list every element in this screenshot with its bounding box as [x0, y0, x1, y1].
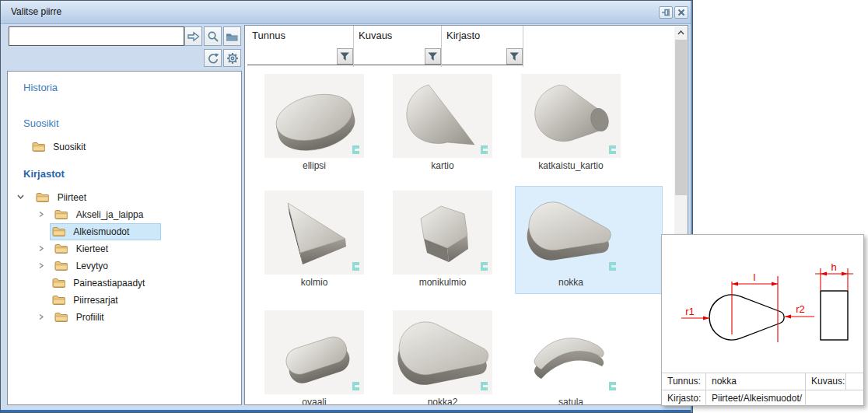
settings-button[interactable] [223, 49, 241, 67]
grid-item-kolmio[interactable]: kolmio [264, 191, 364, 292]
tree-item-kierteet[interactable]: Kierteet [38, 241, 108, 257]
thumbnail-nokka2 [393, 310, 492, 394]
scrollbar-up-button[interactable] [674, 26, 688, 39]
tree-item-piirteet[interactable]: Piirteet [17, 190, 86, 206]
filter-button-tunnus[interactable] [337, 48, 353, 65]
popup-field-empty [806, 390, 863, 406]
tree-item-label: Akseli_ja_laippa [76, 209, 144, 220]
folder-icon [36, 192, 49, 202]
tree-item-label: Paineastiapaadyt [73, 278, 145, 289]
chevron-up-icon [677, 30, 684, 35]
thumbnail-satula [521, 310, 621, 394]
search-input[interactable] [9, 26, 184, 46]
close-button[interactable] [674, 6, 688, 19]
pin-icon [661, 8, 670, 17]
dim-label-r2: r2 [796, 303, 805, 315]
window-frame-accent [1, 410, 692, 412]
chevron-right-icon[interactable] [38, 313, 44, 320]
tree-item-label: Alkeismuodot [73, 226, 129, 237]
column-header-kuvaus[interactable]: Kuvaus [359, 30, 392, 41]
tree-item-label: Profiilit [76, 312, 104, 323]
window-title: Valitse piirre [11, 1, 61, 23]
grid-item-ovaali[interactable]: ovaali [264, 310, 364, 405]
chevron-right-icon[interactable] [38, 211, 44, 218]
pin-button[interactable] [659, 6, 673, 19]
shape-hexagonal-prism [393, 191, 492, 275]
thumbnail-ovaali [264, 310, 364, 394]
popup-field-value: nokka [706, 373, 806, 390]
component-corner-icon [479, 261, 489, 271]
folder-icon [52, 278, 65, 288]
folder-icon [54, 209, 68, 219]
sidebar-section-suosikit[interactable]: Suosikit [23, 117, 59, 129]
refresh-icon [207, 52, 219, 65]
funnel-icon [340, 52, 350, 61]
grid-item-ellipsi[interactable]: ellipsi [264, 74, 364, 175]
item-label: satula [506, 397, 636, 405]
popup-field-label: Kuvaus: [806, 373, 846, 390]
popup-field-label: Tunnus: [662, 373, 706, 390]
open-folder-button[interactable] [223, 26, 241, 46]
chevron-down-icon[interactable] [17, 194, 24, 200]
shape-ellipse-disc [264, 74, 364, 158]
go-button[interactable] [184, 26, 202, 46]
tree-item-alkeismuodot[interactable]: Alkeismuodot [52, 224, 129, 240]
grid-item-kartio[interactable]: kartio [393, 74, 492, 175]
thumbnail-katkaistu-kartio [521, 74, 621, 158]
folder-icon [52, 226, 65, 236]
shape-triangle-wedge [264, 191, 364, 275]
tree-item-levytyo[interactable]: Levytyo [38, 258, 108, 275]
filter-button-kuvaus[interactable] [425, 48, 441, 65]
column-divider [523, 26, 523, 67]
thumbnail-kartio [393, 74, 492, 158]
component-corner-icon [607, 381, 618, 391]
sidebar: Historia Suosikit Suosikit Kirjastot Pii… [7, 71, 242, 405]
shape-rounded-slot [264, 310, 364, 394]
titlebar[interactable]: Valitse piirre [1, 1, 692, 24]
column-header-kirjasto[interactable]: Kirjasto [446, 30, 480, 41]
sidebar-section-kirjastot[interactable]: Kirjastot [23, 168, 65, 180]
component-corner-icon [479, 145, 489, 155]
grid-item-satula[interactable]: satula [521, 310, 621, 405]
shape-cam-teardrop-large [393, 310, 492, 394]
dim-label-r1: r1 [685, 306, 695, 317]
dim-label-l: l [754, 271, 756, 283]
search-button[interactable] [204, 26, 222, 46]
grid-item-katkaistu-kartio[interactable]: katkaistu_kartio [521, 74, 621, 175]
sidebar-section-historia[interactable]: Historia [23, 82, 58, 93]
tree-item-label: Piirteet [58, 192, 86, 203]
select-feature-dialog: Valitse piirre [0, 0, 693, 413]
refresh-button[interactable] [204, 49, 222, 67]
tree-item-label: Suosikit [53, 142, 86, 152]
filter-button-kirjasto[interactable] [506, 48, 523, 65]
grid-item-monikulmio[interactable]: monikulmio [393, 191, 492, 292]
search-icon [207, 30, 219, 43]
popup-info-row: Kirjasto: Piirteet/Alkeismuodot/ [662, 390, 863, 406]
item-label: katkaistu_kartio [506, 160, 636, 171]
folder-icon [226, 31, 239, 42]
chevron-right-icon[interactable] [38, 245, 44, 252]
thumbnail-monikulmio [393, 191, 492, 275]
item-label: nokka [506, 277, 636, 288]
item-label: kartio [377, 160, 508, 171]
chevron-right-icon[interactable] [38, 262, 44, 269]
thumbnail-kolmio [264, 191, 364, 275]
popup-field-value: Piirteet/Alkeismuodot/ [706, 390, 806, 406]
grid-item-nokka2[interactable]: nokka2 [393, 310, 492, 405]
tree-item-paineastiapaadyt[interactable]: Paineastiapaadyt [52, 275, 145, 292]
tree-item-piirresarjat[interactable]: Piirresarjat [52, 292, 118, 309]
component-corner-icon [607, 261, 618, 271]
tree-item-akseli-ja-laippa[interactable]: Akseli_ja_laippa [38, 207, 143, 223]
shape-curved-block [521, 310, 621, 394]
grid-item-nokka[interactable]: nokka [521, 191, 621, 292]
tree-item-label: Piirresarjat [73, 295, 117, 306]
item-label: nokka2 [377, 397, 508, 405]
scrollbar-thumb[interactable] [675, 40, 687, 195]
column-header-tunnus[interactable]: Tunnus [252, 30, 285, 41]
feature-preview-popup: l h r1 r2 Tunnus: nokka Kuvaus: Kirjasto… [661, 234, 864, 406]
dim-label-h: h [831, 261, 836, 273]
folder-icon [54, 243, 68, 254]
tree-item-profiilit[interactable]: Profiilit [38, 310, 104, 326]
favorites-folder-item[interactable]: Suosikit [32, 139, 86, 156]
feature-grid-panel: Tunnus Kuvaus Kirjasto [244, 25, 688, 405]
